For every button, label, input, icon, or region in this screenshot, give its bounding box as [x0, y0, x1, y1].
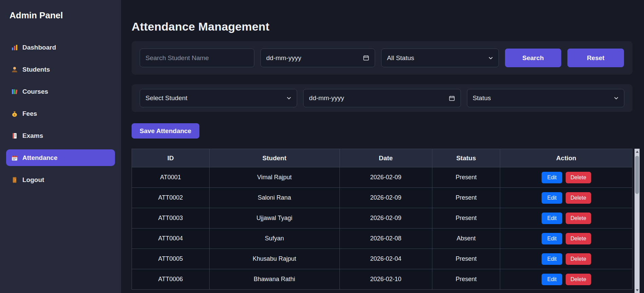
dashboard-icon [11, 44, 18, 51]
cell-id: ATT0003 [132, 208, 210, 228]
cell-date: 2026-02-09 [339, 167, 432, 188]
sidebar-item-courses[interactable]: Courses [6, 83, 115, 100]
save-attendance-button[interactable]: Save Attendance [132, 123, 199, 139]
cell-id: ATT0004 [132, 228, 210, 249]
attendance-status-value: Status [473, 94, 491, 102]
sidebar-item-label: Logout [22, 176, 44, 184]
edit-button[interactable]: Edit [542, 192, 563, 204]
cell-date: 2026-02-04 [339, 249, 432, 269]
calendar-icon [363, 55, 369, 61]
cell-action: EditDelete [500, 249, 632, 269]
edit-button[interactable]: Edit [542, 274, 563, 285]
logout-icon [11, 177, 18, 183]
table-row: ATT0005Khusabu Rajput2026-02-04PresentEd… [132, 249, 632, 269]
main-content: Attendance Management dd-mm-yyyy All Sta… [121, 0, 644, 293]
sidebar-item-attendance[interactable]: Attendance [6, 149, 115, 166]
delete-button[interactable]: Delete [566, 233, 591, 244]
cell-status: Present [432, 208, 500, 228]
reset-button[interactable]: Reset [567, 49, 624, 67]
edit-button[interactable]: Edit [542, 213, 563, 224]
fees-icon: $ [11, 110, 18, 117]
sidebar-item-logout[interactable]: Logout [6, 171, 115, 188]
table-row: ATT0004Sufyan2026-02-08AbsentEditDelete [132, 228, 632, 249]
table-row: ATT0002Saloni Rana2026-02-09PresentEditD… [132, 188, 632, 208]
cell-student: Sufyan [209, 228, 339, 249]
table-scrollbar[interactable] [635, 149, 640, 293]
arrow-down-icon [636, 289, 639, 291]
exams-icon [11, 132, 18, 139]
attendance-table: ID Student Date Status Action AT0001Vima… [132, 149, 632, 290]
sidebar-item-label: Courses [22, 88, 48, 95]
students-icon [11, 66, 18, 73]
table-row: ATT0006Bhawana Rathi2026-02-10PresentEdi… [132, 269, 632, 290]
cell-action: EditDelete [500, 269, 632, 290]
search-button[interactable]: Search [505, 49, 561, 67]
cell-student: Khusabu Rajput [209, 249, 339, 269]
attendance-date-input[interactable]: dd-mm-yyyy [303, 89, 461, 107]
delete-button[interactable]: Delete [566, 253, 591, 265]
delete-button[interactable]: Delete [566, 274, 591, 285]
cell-student: Bhawana Rathi [209, 269, 339, 290]
search-filter-bar: dd-mm-yyyy All Status Search Reset [132, 41, 632, 75]
sidebar-item-dashboard[interactable]: Dashboard [6, 39, 115, 56]
cell-date: 2026-02-10 [339, 269, 432, 290]
cell-date: 2026-02-08 [339, 228, 432, 249]
sidebar-nav: DashboardStudentsCourses$FeesExamsAttend… [0, 39, 121, 194]
cell-status: Present [432, 249, 500, 269]
col-header-date: Date [339, 149, 432, 167]
student-select-value: Select Student [145, 94, 188, 102]
col-header-status: Status [432, 149, 500, 167]
cell-id: ATT0002 [132, 188, 210, 208]
status-filter-select[interactable]: All Status [381, 49, 499, 67]
cell-status: Present [432, 269, 500, 290]
edit-button[interactable]: Edit [542, 172, 563, 183]
sidebar: Admin Panel DashboardStudentsCourses$Fee… [0, 0, 121, 293]
cell-action: EditDelete [500, 228, 632, 249]
status-filter-value: All Status [387, 54, 414, 62]
table-row: AT0001Vimal Rajput2026-02-09PresentEditD… [132, 167, 632, 188]
attendance-status-select[interactable]: Status [467, 89, 624, 107]
svg-text:$: $ [14, 113, 16, 116]
delete-button[interactable]: Delete [566, 213, 591, 224]
edit-button[interactable]: Edit [542, 233, 563, 244]
cell-action: EditDelete [500, 208, 632, 228]
sidebar-item-label: Fees [22, 110, 37, 117]
mark-attendance-bar: Select Student dd-mm-yyyy Status [132, 84, 632, 112]
cell-student: Ujjawal Tyagi [209, 208, 339, 228]
scrollbar-up-button[interactable] [635, 149, 640, 154]
attendance-date-value: dd-mm-yyyy [309, 94, 344, 102]
scrollbar-thumb[interactable] [635, 156, 639, 194]
chevron-down-icon [287, 96, 291, 100]
search-student-input[interactable] [140, 49, 254, 67]
cell-student: Saloni Rana [209, 188, 339, 208]
app-title: Admin Panel [0, 10, 121, 21]
table-header-row: ID Student Date Status Action [132, 149, 632, 167]
attendance-table-body: AT0001Vimal Rajput2026-02-09PresentEditD… [132, 167, 632, 290]
sidebar-item-exams[interactable]: Exams [6, 127, 115, 144]
sidebar-item-fees[interactable]: $Fees [6, 105, 115, 122]
student-select[interactable]: Select Student [140, 89, 297, 107]
sidebar-item-students[interactable]: Students [6, 61, 115, 78]
cell-date: 2026-02-09 [339, 188, 432, 208]
cell-date: 2026-02-09 [339, 208, 432, 228]
cell-student: Vimal Rajput [209, 167, 339, 188]
sidebar-item-label: Dashboard [22, 44, 56, 51]
calendar-icon [449, 95, 455, 102]
courses-icon [11, 88, 18, 95]
chevron-down-icon [614, 96, 619, 100]
search-date-value: dd-mm-yyyy [266, 54, 301, 62]
edit-button[interactable]: Edit [542, 253, 563, 265]
cell-id: ATT0006 [132, 269, 210, 290]
col-header-id: ID [132, 149, 210, 167]
delete-button[interactable]: Delete [566, 172, 591, 183]
page-title: Attendance Management [132, 20, 632, 33]
cell-status: Present [432, 167, 500, 188]
delete-button[interactable]: Delete [566, 192, 591, 204]
sidebar-item-label: Exams [22, 132, 43, 140]
scrollbar-down-button[interactable] [635, 287, 640, 293]
col-header-action: Action [500, 149, 632, 167]
chevron-down-icon [488, 56, 493, 60]
cell-status: Present [432, 188, 500, 208]
search-date-input[interactable]: dd-mm-yyyy [260, 49, 375, 67]
sidebar-item-label: Students [22, 66, 50, 73]
